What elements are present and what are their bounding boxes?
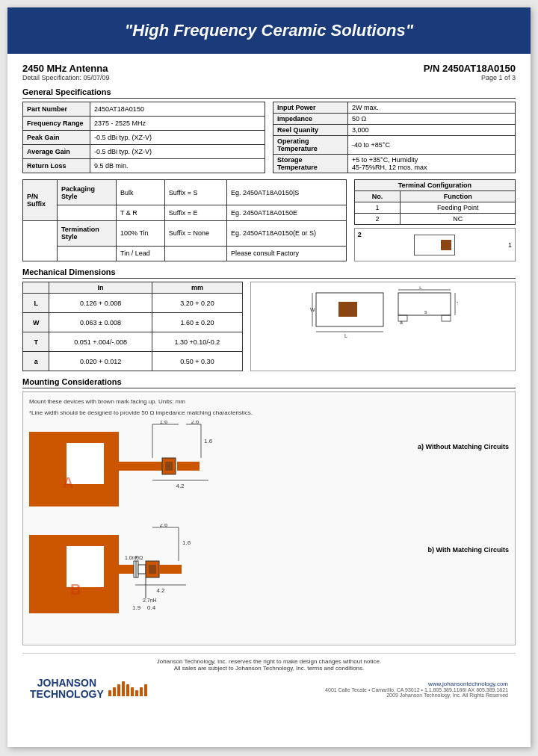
table-row: a0.020 + 0.0120.50 + 0.30 bbox=[23, 352, 243, 371]
mech-section: In mm L0.126 + 0.0083.20 + 0.20W0.063 ± … bbox=[22, 282, 516, 371]
footer-right-area: www.johansontechnology.com 4001 Calle Te… bbox=[325, 681, 508, 698]
termination-label: TerminationStyle bbox=[58, 220, 117, 246]
mech-table: In mm L0.126 + 0.0083.20 + 0.20W0.063 ± … bbox=[22, 282, 243, 371]
mounting-diagram: Mount these devices with brown mark faci… bbox=[22, 391, 516, 645]
svg-text:1.6: 1.6 bbox=[182, 539, 191, 546]
eg-e: Eg. 2450AT18A0150E bbox=[227, 205, 347, 220]
copyright: 2009 Johanson Technology, Inc. All Right… bbox=[325, 693, 508, 698]
specs-right-table: Input Power2W max.Impedance50 ΩReel Quan… bbox=[273, 102, 516, 173]
mech-header-row: In mm bbox=[23, 282, 243, 294]
spec-label: Frequency Range bbox=[23, 117, 90, 131]
wave-2 bbox=[113, 687, 116, 696]
mech-in-value: 0.063 ± 0.008 bbox=[49, 313, 152, 332]
banner-text: "High Frequency Ceramic Solutions" bbox=[125, 21, 413, 40]
table-row: 2NC bbox=[354, 214, 515, 225]
mech-mm-value: 0.50 + 0.30 bbox=[152, 352, 242, 371]
mech-dim-label: W bbox=[23, 313, 49, 332]
mech-mm-value: 1.60 ± 0.20 bbox=[152, 313, 242, 332]
no-header: No. bbox=[354, 191, 401, 202]
spec-label: Input Power bbox=[273, 102, 348, 114]
suffix-e: Suffix = E bbox=[164, 205, 226, 220]
pn-suffix-2 bbox=[23, 220, 58, 261]
footer-logo-row: JOHANSON TECHNOLOGY www.johansontechnolo… bbox=[22, 678, 516, 701]
wave-8 bbox=[140, 687, 143, 696]
circuit-a-label: a) Without Matching Circuits bbox=[238, 421, 509, 450]
svg-rect-40 bbox=[138, 565, 146, 574]
svg-rect-20 bbox=[165, 462, 173, 471]
logo-waves bbox=[108, 681, 147, 696]
specs-left-table: Part Number2450AT18A0150Frequency Range2… bbox=[22, 102, 265, 173]
mech-dim-label: T bbox=[23, 332, 49, 352]
packaging-label: PackagingStyle bbox=[58, 180, 117, 205]
svg-rect-21 bbox=[177, 462, 200, 471]
circuit-b-row: B 1.0nF 0Ω 2.7nH bbox=[29, 524, 509, 628]
spec-label: Return Loss bbox=[23, 159, 90, 173]
function-header: Function bbox=[401, 191, 516, 202]
suffix-consult bbox=[164, 246, 226, 261]
table-header-row-2: No. Function bbox=[354, 191, 515, 202]
mech-dim-header bbox=[23, 282, 49, 294]
spec-value: -0.5 dBi typ. (XZ-V) bbox=[90, 145, 265, 159]
svg-text:a: a bbox=[400, 320, 403, 325]
table-row: P/NSuffix PackagingStyle Bulk Suffix = S… bbox=[23, 180, 347, 205]
svg-text:2.7nH: 2.7nH bbox=[143, 598, 157, 603]
table-row: 1Feeding Point bbox=[354, 202, 515, 214]
company-name-line2: TECHNOLOGY bbox=[30, 689, 104, 700]
svg-rect-46 bbox=[159, 565, 182, 574]
page-number: Page 1 of 3 bbox=[424, 74, 516, 81]
spec-value: -0.5 dBi typ. (XZ-V) bbox=[90, 131, 265, 145]
pn-suffix-label: P/NSuffix bbox=[23, 180, 58, 221]
wave-1 bbox=[108, 690, 111, 696]
svg-text:4.2: 4.2 bbox=[156, 587, 165, 594]
eg-none: Eg. 2450AT18A0150(E or S) bbox=[227, 220, 347, 246]
svg-rect-1 bbox=[338, 302, 357, 317]
mech-in-value: 0.126 + 0.008 bbox=[49, 294, 152, 313]
circuit-a-row: 1.6 2.6 1.6 4.2 A a) Without Matc bbox=[29, 421, 509, 518]
doc-header: 2450 MHz Antenna Detail Specification: 0… bbox=[7, 60, 531, 83]
mounting-note2: *Line width should be designed to provid… bbox=[29, 409, 509, 416]
circuit-b-svg: B 1.0nF 0Ω 2.7nH bbox=[29, 524, 238, 628]
mech-in-value: 0.020 + 0.012 bbox=[49, 352, 152, 371]
suffix-none: Suffix = None bbox=[164, 220, 226, 246]
spec-value: 2W max. bbox=[348, 102, 516, 114]
terminal-chip bbox=[414, 235, 455, 255]
terminal-1-arrow: 1 bbox=[508, 241, 512, 249]
svg-text:1.6: 1.6 bbox=[159, 421, 168, 425]
svg-rect-36 bbox=[119, 565, 134, 574]
svg-text:A: A bbox=[63, 474, 73, 491]
website: www.johansontechnology.com bbox=[325, 681, 508, 687]
spec-value: 2450AT18A0150 bbox=[90, 102, 265, 117]
table-row: Frequency Range2375 - 2525 MHz bbox=[23, 117, 265, 131]
circuit-a-diagram: 1.6 2.6 1.6 4.2 A bbox=[29, 421, 238, 518]
table-row: Operating Temperature-40 to +85°C bbox=[273, 136, 516, 155]
terminal-no: 2 bbox=[354, 214, 401, 225]
spec-label: Reel Quanity bbox=[273, 125, 348, 136]
spec-value: 50 Ω bbox=[348, 114, 516, 125]
mounting-note1: Mount these devices with brown mark faci… bbox=[29, 398, 509, 405]
table-row: Peak Gain-0.5 dBi typ. (XZ-V) bbox=[23, 131, 265, 145]
svg-text:0Ω: 0Ω bbox=[136, 555, 143, 560]
pn-section: P/NSuffix PackagingStyle Bulk Suffix = S… bbox=[22, 179, 516, 261]
mech-in-value: 0.051 +.004/-.008 bbox=[49, 332, 152, 352]
spec-label: Part Number bbox=[23, 102, 90, 117]
svg-text:0.4: 0.4 bbox=[147, 604, 156, 611]
spec-label: Peak Gain bbox=[23, 131, 90, 145]
table-row: Return Loss9.5 dB min. bbox=[23, 159, 265, 173]
spec-label: Operating Temperature bbox=[273, 136, 348, 155]
table-row: L0.126 + 0.0083.20 + 0.20 bbox=[23, 294, 243, 313]
detail-spec: Detail Specification: 05/07/09 bbox=[22, 74, 110, 81]
table-row: Tin / Lead Please consult Factory bbox=[23, 246, 347, 261]
wave-7 bbox=[135, 690, 138, 696]
terminal-config-area: Terminal Configuration No. Function 1Fee… bbox=[354, 179, 516, 261]
mech-dim-label: L bbox=[23, 294, 49, 313]
mech-mm-value: 3.20 + 0.20 bbox=[152, 294, 242, 313]
table-row: Average Gain-0.5 dBi typ. (XZ-V) bbox=[23, 145, 265, 159]
svg-text:2.6: 2.6 bbox=[191, 421, 200, 425]
general-specs-title: General Specifications bbox=[22, 87, 516, 99]
spec-value: 9.5 dB min. bbox=[90, 159, 265, 173]
product-title: 2450 MHz Antenna bbox=[22, 63, 110, 74]
svg-text:4.2: 4.2 bbox=[176, 483, 185, 489]
svg-rect-8 bbox=[442, 315, 451, 321]
mech-dim-title: Mechanical Dimensions bbox=[22, 267, 516, 279]
svg-rect-34 bbox=[44, 546, 67, 587]
